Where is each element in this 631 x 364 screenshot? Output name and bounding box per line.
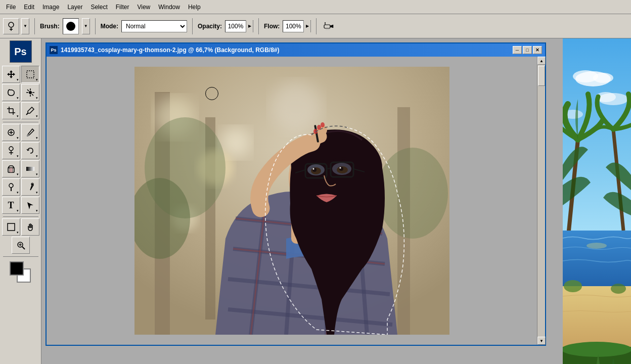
color-boxes: [10, 261, 32, 284]
move-tool[interactable]: ▾: [2, 66, 20, 83]
main-area: Ps ▾ ▾ ▾: [0, 38, 631, 364]
canvas-area[interactable]: Ps 1419935743_cosplay-mary-g-thomson-2.j…: [41, 38, 563, 364]
selection-tool[interactable]: ▾: [21, 66, 39, 83]
document-titlebar: Ps 1419935743_cosplay-mary-g-thomson-2.j…: [47, 43, 545, 57]
svg-point-0: [9, 22, 14, 27]
separator-3: [192, 18, 193, 34]
toolbox-divider-1: [3, 122, 38, 122]
menu-edit[interactable]: Edit: [20, 2, 38, 12]
airbrush-toggle[interactable]: [322, 19, 336, 33]
right-panel: [563, 38, 631, 364]
separator-5: [316, 18, 317, 34]
mode-select[interactable]: Normal Dissolve Multiply Screen Overlay: [121, 20, 187, 32]
eraser-tool[interactable]: ▾: [2, 160, 20, 177]
svg-point-14: [29, 91, 32, 94]
svg-rect-32: [26, 167, 34, 171]
options-toolbar: ▼ Brush: ▼ Mode: Normal Dissolve Multipl…: [0, 14, 631, 38]
separator-2: [95, 18, 96, 34]
shape-tool[interactable]: ▾: [2, 218, 20, 236]
pen-tool[interactable]: ▾: [21, 178, 39, 196]
opacity-label: Opacity:: [198, 23, 222, 30]
vertical-scrollbar: ▲ ▼: [537, 57, 545, 345]
svg-point-82: [587, 243, 607, 249]
svg-point-24: [9, 147, 13, 151]
scroll-down-arrow[interactable]: ▼: [537, 337, 546, 345]
toolbox-divider-3: [3, 256, 38, 257]
svg-point-71: [321, 122, 325, 127]
svg-point-85: [611, 284, 626, 294]
svg-point-33: [9, 184, 13, 188]
svg-line-38: [22, 247, 25, 249]
minimize-btn[interactable]: ─: [513, 46, 522, 54]
flow-value[interactable]: 100%: [283, 23, 303, 30]
svg-point-75: [593, 73, 613, 83]
svg-rect-28: [10, 168, 13, 172]
foreground-color[interactable]: [10, 261, 24, 276]
toolbox: Ps ▾ ▾ ▾: [0, 38, 41, 364]
menu-window[interactable]: Window: [154, 2, 184, 12]
svg-point-47: [271, 82, 322, 132]
opacity-arrow[interactable]: ▶: [246, 20, 253, 32]
scroll-track[interactable]: [537, 65, 545, 337]
lasso-tool[interactable]: ▾: [2, 84, 20, 101]
menu-image[interactable]: Image: [38, 2, 63, 12]
opacity-value[interactable]: 100%: [226, 23, 246, 30]
restore-btn[interactable]: □: [523, 46, 532, 54]
ps-logo: Ps: [10, 40, 32, 63]
svg-point-3: [325, 22, 326, 23]
menu-view[interactable]: View: [133, 2, 154, 12]
svg-point-23: [27, 134, 29, 136]
brush-label: Brush:: [40, 23, 60, 30]
gradient-tool[interactable]: ▾: [21, 160, 39, 177]
svg-point-84: [564, 280, 582, 292]
tool-dropdown-arrow[interactable]: ▼: [21, 18, 29, 34]
menu-help[interactable]: Help: [184, 2, 205, 12]
separator-1: [34, 18, 35, 34]
svg-line-19: [26, 113, 28, 115]
menu-layer[interactable]: Layer: [63, 2, 86, 12]
svg-line-13: [32, 94, 33, 96]
scroll-up-arrow[interactable]: ▲: [537, 57, 546, 65]
brush-circle: [66, 22, 75, 31]
mode-label: Mode:: [101, 23, 118, 30]
menu-filter[interactable]: Filter: [112, 2, 133, 12]
svg-point-67: [339, 167, 341, 169]
flow-box: 100% ▶: [283, 20, 311, 32]
menu-select[interactable]: Select: [86, 2, 111, 12]
svg-line-12: [27, 89, 29, 91]
crop-tool[interactable]: ▾: [2, 102, 20, 119]
ps-small-logo: Ps: [50, 46, 58, 54]
zoom-tool[interactable]: [12, 237, 30, 254]
close-btn[interactable]: ✕: [533, 46, 542, 54]
svg-rect-1: [324, 25, 330, 28]
document-window: Ps 1419935743_cosplay-mary-g-thomson-2.j…: [46, 42, 546, 346]
history-brush-tool[interactable]: ▾: [21, 142, 39, 159]
toolbox-divider-2: [3, 216, 38, 217]
brush-tool[interactable]: ▾: [21, 124, 39, 141]
hand-tool[interactable]: [21, 218, 39, 236]
canvas-scroll-area[interactable]: [47, 57, 537, 345]
type-tool[interactable]: T ▾: [2, 197, 20, 214]
dodge-tool[interactable]: ▾: [2, 178, 20, 196]
brush-dropdown-arrow[interactable]: ▼: [82, 18, 90, 34]
svg-rect-36: [8, 223, 15, 231]
svg-point-87: [563, 342, 631, 357]
healing-brush-tool[interactable]: ▾: [2, 124, 20, 141]
document-title: 1419935743_cosplay-mary-g-thomson-2.jpg …: [61, 47, 280, 54]
brush-preview[interactable]: [63, 18, 79, 34]
scroll-thumb[interactable]: [538, 66, 545, 86]
menu-bar: File Edit Image Layer Select Filter View…: [0, 0, 631, 14]
opacity-box: 100% ▶: [225, 20, 253, 32]
svg-line-57: [327, 168, 331, 169]
clone-stamp-tool[interactable]: ▾: [2, 142, 20, 159]
photo-canvas[interactable]: [134, 67, 449, 335]
path-select-tool[interactable]: ▾: [21, 197, 39, 214]
menu-file[interactable]: File: [2, 2, 20, 12]
flow-label: Flow:: [264, 23, 280, 30]
current-tool-btn[interactable]: [3, 18, 19, 34]
flow-arrow[interactable]: ▶: [303, 20, 310, 32]
eyedropper-tool[interactable]: ▾: [21, 102, 39, 119]
magic-wand-tool[interactable]: ▾: [21, 84, 39, 101]
svg-rect-7: [27, 71, 34, 78]
svg-point-66: [312, 168, 314, 170]
